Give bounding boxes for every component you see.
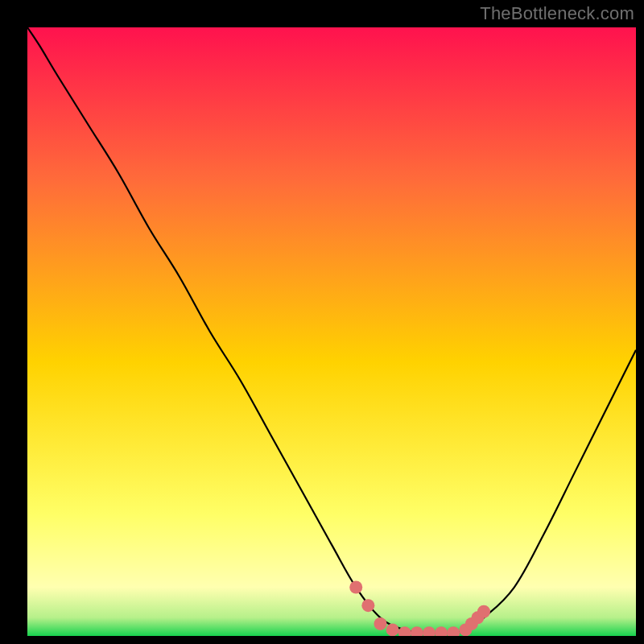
frame-right (636, 0, 644, 644)
optimal-marker (349, 581, 362, 594)
optimal-marker (386, 623, 399, 636)
bottleneck-chart (0, 0, 644, 644)
chart-frame: TheBottleneck.com (0, 0, 644, 644)
attribution-text: TheBottleneck.com (480, 3, 634, 24)
optimal-marker (477, 605, 490, 618)
optimal-marker (361, 599, 374, 612)
optimal-marker (374, 617, 386, 630)
frame-left (0, 0, 27, 644)
frame-bottom (0, 636, 644, 644)
